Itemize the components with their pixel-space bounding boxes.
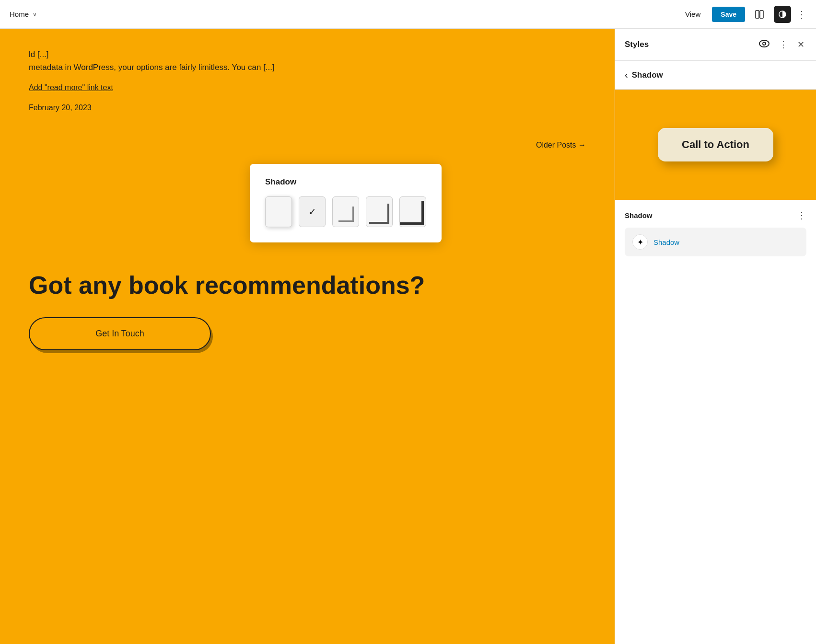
svg-rect-0 bbox=[756, 11, 759, 18]
older-posts-link[interactable]: Older Posts → bbox=[536, 141, 586, 150]
main-content-area: ld [...] metadata in WordPress, your opt… bbox=[0, 29, 615, 644]
content-top: ld [...] metadata in WordPress, your opt… bbox=[0, 29, 615, 126]
shadow-section-header: Shadow ⋮ bbox=[625, 209, 806, 221]
chevron-down-icon: ∨ bbox=[33, 11, 37, 18]
close-button[interactable]: ✕ bbox=[795, 37, 806, 52]
sidebar-more-button[interactable]: ⋮ bbox=[777, 37, 790, 52]
svg-point-3 bbox=[759, 40, 769, 47]
preview-call-to-action-button[interactable]: Call to Action bbox=[658, 128, 773, 161]
shadow-options: ✓ bbox=[265, 196, 426, 227]
sidebar-header: Styles ⋮ ✕ bbox=[615, 29, 816, 61]
shadow-section: Shadow ⋮ ✦ Shadow bbox=[615, 200, 816, 256]
shadow-nav: ‹ Shadow bbox=[615, 61, 816, 90]
partial-text: ld [...] metadata in WordPress, your opt… bbox=[29, 48, 586, 74]
theme-toggle-button[interactable] bbox=[774, 6, 791, 23]
view-button[interactable]: View bbox=[679, 7, 706, 21]
partial-left: ld [...] bbox=[29, 50, 49, 59]
sun-icon: ✦ bbox=[637, 238, 643, 247]
eye-icon bbox=[759, 40, 769, 47]
half-circle-icon bbox=[778, 10, 787, 19]
shadow-section-more-button[interactable]: ⋮ bbox=[797, 209, 806, 221]
preview-area: Call to Action bbox=[615, 90, 816, 200]
get-in-touch-button[interactable]: Get In Touch bbox=[29, 317, 211, 350]
shadow-option-3[interactable] bbox=[332, 196, 359, 227]
shadow-option-4[interactable] bbox=[366, 196, 393, 227]
shadow-popup-title: Shadow bbox=[265, 177, 426, 187]
shadow-corner-large bbox=[369, 204, 389, 224]
eye-button[interactable] bbox=[757, 38, 771, 52]
home-label: Home bbox=[10, 10, 29, 18]
shadow-option-5[interactable] bbox=[399, 196, 426, 227]
shadow-option-2[interactable]: ✓ bbox=[299, 196, 326, 227]
older-posts-row: Older Posts → bbox=[0, 126, 615, 164]
sidebar-header-icons: ⋮ ✕ bbox=[757, 37, 806, 52]
shadow-nav-title: Shadow bbox=[632, 70, 663, 80]
partial-right: metadata in WordPress, your options are … bbox=[29, 63, 275, 72]
date-text: February 20, 2023 bbox=[29, 104, 586, 112]
layout-icon-button[interactable] bbox=[751, 6, 768, 23]
shadow-corner-xlarge bbox=[400, 201, 424, 225]
svg-point-4 bbox=[763, 42, 766, 45]
top-bar-left: Home ∨ bbox=[10, 10, 37, 18]
shadow-popup: Shadow ✓ bbox=[250, 164, 442, 242]
shadow-item[interactable]: ✦ Shadow bbox=[625, 228, 806, 256]
shadow-section-title: Shadow bbox=[625, 211, 653, 219]
more-options-button[interactable]: ⋮ bbox=[797, 9, 806, 20]
shadow-corner-small bbox=[338, 207, 354, 222]
layout-icon bbox=[755, 10, 764, 19]
shadow-option-1[interactable] bbox=[265, 196, 292, 227]
shadow-item-label[interactable]: Shadow bbox=[653, 238, 679, 246]
big-heading: Got any book recommendations? bbox=[29, 271, 586, 300]
top-bar-right: View Save ⋮ bbox=[679, 6, 806, 23]
save-button[interactable]: Save bbox=[712, 7, 745, 22]
top-bar: Home ∨ View Save ⋮ bbox=[0, 0, 816, 29]
sidebar-title: Styles bbox=[625, 40, 649, 49]
shadow-item-icon: ✦ bbox=[632, 234, 648, 250]
bottom-section: Got any book recommendations? Get In Tou… bbox=[0, 242, 615, 369]
sidebar: Styles ⋮ ✕ ‹ Shadow Call to Action Shado… bbox=[615, 29, 816, 644]
checkmark-icon: ✓ bbox=[308, 206, 316, 218]
svg-rect-1 bbox=[760, 11, 763, 18]
read-more-link[interactable]: Add "read more" link text bbox=[29, 83, 586, 92]
back-button[interactable]: ‹ bbox=[625, 69, 628, 80]
